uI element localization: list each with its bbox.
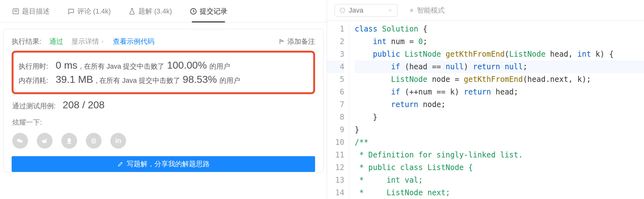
share-label: 炫耀一下: <box>12 118 315 127</box>
tab-solutions-label: 题解 (3.4k) <box>138 7 172 16</box>
smart-mode-toggle[interactable]: 智能模式 <box>410 6 445 15</box>
tab-submissions[interactable]: 提交记录 <box>181 0 236 22</box>
tab-comments-label: 评论 (1.4k) <box>77 7 111 16</box>
flag-icon <box>279 38 285 45</box>
memory-percent: 98.53% <box>183 74 217 85</box>
language-label: Java <box>349 6 363 14</box>
tab-description[interactable]: 题目描述 <box>3 0 58 22</box>
svg-point-9 <box>67 143 69 144</box>
linkedin-icon[interactable]: in <box>110 133 126 149</box>
svg-point-7 <box>46 138 47 139</box>
flask-icon <box>128 8 136 15</box>
svg-rect-0 <box>13 9 19 14</box>
svg-point-6 <box>42 140 47 143</box>
result-card: 执行结果: 通过 显示详情 查看示例代码 添加备注 执行用时: 0 ms , 在… <box>3 29 324 172</box>
svg-point-8 <box>68 138 71 143</box>
tab-solutions[interactable]: 题解 (3.4k) <box>119 0 180 22</box>
share-icons: in <box>12 133 315 149</box>
chevron-down-icon <box>388 8 393 13</box>
qq-icon[interactable] <box>61 133 77 149</box>
tabs-bar: 题目描述 评论 (1.4k) 题解 (3.4k) 提交记录 <box>0 0 327 23</box>
language-select[interactable]: Java <box>335 4 397 17</box>
testcases-line: 通过测试用例: 208 / 208 <box>12 99 315 111</box>
tab-comments[interactable]: 评论 (1.4k) <box>58 0 119 22</box>
douban-icon[interactable] <box>86 133 102 149</box>
write-solution-button[interactable]: 写题解，分享我的解题思路 <box>12 156 315 172</box>
tab-description-label: 题目描述 <box>22 7 50 16</box>
clock-icon <box>190 8 197 15</box>
runtime-percent: 100.00% <box>167 60 207 71</box>
editor-toolbar: Java 智能模式 <box>327 0 644 21</box>
runtime-value: 0 ms <box>56 60 77 71</box>
testcases-value: 208 / 208 <box>63 99 104 111</box>
mode-indicator-dot <box>410 9 413 12</box>
memory-line: 内存消耗: 39.1 MB , 在所有 Java 提交中击败了 98.53% 的… <box>19 74 308 85</box>
comments-icon <box>67 8 75 15</box>
svg-rect-12 <box>92 140 96 142</box>
code-area[interactable]: class Solution { int num = 0; public Lis… <box>350 21 644 199</box>
chevron-right-icon <box>100 39 105 44</box>
result-label: 执行结果: <box>12 37 41 46</box>
wechat-icon[interactable] <box>12 133 28 149</box>
runtime-line: 执行用时: 0 ms , 在所有 Java 提交中击败了 100.00% 的用户 <box>19 60 308 71</box>
line-gutter: 1234567891011121314 <box>327 21 350 199</box>
info-icon <box>339 7 346 14</box>
svg-point-5 <box>20 140 23 143</box>
example-code-link[interactable]: 查看示例代码 <box>113 37 154 46</box>
svg-point-10 <box>69 143 71 144</box>
weibo-icon[interactable] <box>37 133 53 149</box>
show-detail-link[interactable]: 显示详情 <box>71 37 105 46</box>
stats-highlight-box: 执行用时: 0 ms , 在所有 Java 提交中击败了 100.00% 的用户… <box>12 51 315 94</box>
description-icon <box>12 8 19 15</box>
add-remark-button[interactable]: 添加备注 <box>279 37 315 46</box>
tab-submissions-label: 提交记录 <box>200 7 227 16</box>
memory-value: 39.1 MB <box>56 74 93 85</box>
result-status: 通过 <box>49 37 63 46</box>
code-editor[interactable]: 1234567891011121314 class Solution { int… <box>327 21 644 199</box>
pencil-icon <box>117 161 124 167</box>
